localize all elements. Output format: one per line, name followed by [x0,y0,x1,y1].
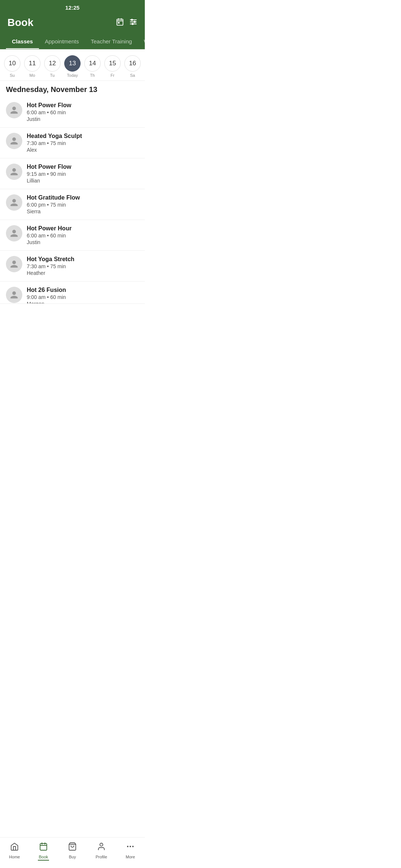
tab-classes[interactable]: Classes [6,34,39,49]
class-name: Hot Power Flow [27,102,139,109]
class-item[interactable]: Heated Yoga Sculpt7:30 am • 75 minAlex [0,128,145,158]
class-time: 9:15 am • 90 min [27,171,139,177]
section-heading: Wednesday, November 13 [0,80,145,97]
class-instructor: Lillian [27,178,139,184]
avatar [6,256,22,272]
class-item[interactable]: Hot Yoga Stretch7:30 am • 75 minHeather [0,251,145,282]
header: Book [0,14,145,34]
class-name: Heated Yoga Sculpt [27,133,139,139]
date-day-label: Sa [130,73,135,78]
tab-workshops[interactable]: W... [138,34,145,49]
svg-point-10 [132,23,133,24]
date-number: 11 [24,55,40,72]
class-time: 7:30 am • 75 min [27,263,139,269]
class-name: Hot Power Hour [27,225,139,232]
date-item-11[interactable]: 11Mo [23,55,41,78]
class-info: Hot Yoga Stretch7:30 am • 75 minHeather [27,256,139,276]
class-time: 6:00 am • 60 min [27,109,139,115]
class-name: Hot Power Flow [27,164,139,170]
class-item[interactable]: Hot Power Flow6:00 am • 60 minJustin [0,97,145,128]
class-instructor: Sierra [27,208,139,214]
date-number: 15 [104,55,121,72]
class-name: Hot 26 Fusion [27,287,139,293]
avatar [6,194,22,211]
class-info: Hot 26 Fusion9:00 am • 60 minMorgan [27,287,139,304]
svg-point-8 [131,19,133,20]
class-time: 6:00 am • 60 min [27,233,139,239]
date-number: 14 [84,55,101,72]
date-number: 10 [4,55,20,72]
class-list: Hot Power Flow6:00 am • 60 minJustinHeat… [0,97,145,304]
class-instructor: Heather [27,270,139,276]
avatar [6,102,22,118]
class-instructor: Morgan [27,301,139,304]
class-info: Hot Power Hour6:00 am • 60 minJustin [27,225,139,245]
svg-rect-4 [118,22,119,23]
date-number: 12 [44,55,61,72]
avatar [6,164,22,180]
avatar [6,287,22,303]
class-info: Hot Power Flow6:00 am • 60 minJustin [27,102,139,122]
date-day-label: Mo [29,73,35,78]
status-bar: 12:25 [0,0,145,14]
class-time: 7:30 am • 75 min [27,140,139,146]
date-item-10[interactable]: 10Su [3,55,21,78]
tab-teacher-training[interactable]: Teacher Training [85,34,138,49]
date-picker: 10Su11Mo12Tu13Today14Th15Fr16Sa [0,49,145,80]
class-instructor: Alex [27,147,139,153]
class-info: Hot Gratitude Flow6:00 pm • 75 minSierra [27,194,139,214]
class-time: 6:00 pm • 75 min [27,202,139,208]
date-day-label: Fr [111,73,114,78]
date-item-16[interactable]: 16Sa [124,55,141,78]
class-item[interactable]: Hot Power Flow9:15 am • 90 minLillian [0,158,145,189]
svg-rect-0 [117,19,123,25]
avatar [6,133,22,149]
class-name: Hot Gratitude Flow [27,194,139,201]
date-day-label: Today [67,73,78,78]
content-scroll: 10Su11Mo12Tu13Today14Th15Fr16Sa Wednesda… [0,49,145,333]
tabs: Classes Appointments Teacher Training W.… [0,34,145,49]
date-day-label: Su [10,73,14,78]
date-item-14[interactable]: 14Th [84,55,101,78]
page-title: Book [7,17,33,29]
header-icons [116,18,137,28]
date-item-15[interactable]: 15Fr [104,55,121,78]
filter-icon[interactable] [129,18,137,28]
class-item[interactable]: Hot Power Hour6:00 am • 60 minJustin [0,220,145,251]
class-item[interactable]: Hot Gratitude Flow6:00 pm • 75 minSierra [0,189,145,220]
calendar-icon[interactable] [116,18,124,28]
class-item[interactable]: Hot 26 Fusion9:00 am • 60 minMorgan [0,282,145,304]
class-name: Hot Yoga Stretch [27,256,139,263]
date-number: 16 [124,55,141,72]
avatar [6,225,22,241]
class-info: Heated Yoga Sculpt7:30 am • 75 minAlex [27,133,139,153]
class-instructor: Justin [27,116,139,122]
status-time: 12:25 [65,4,79,11]
class-instructor: Justin [27,239,139,245]
date-item-13[interactable]: 13Today [63,55,81,78]
class-time: 9:00 am • 60 min [27,294,139,300]
date-number: 13 [64,55,81,72]
date-day-label: Th [90,73,95,78]
tab-appointments[interactable]: Appointments [39,34,85,49]
date-item-12[interactable]: 12Tu [43,55,61,78]
class-info: Hot Power Flow9:15 am • 90 minLillian [27,164,139,184]
svg-point-9 [134,21,136,23]
date-day-label: Tu [50,73,55,78]
